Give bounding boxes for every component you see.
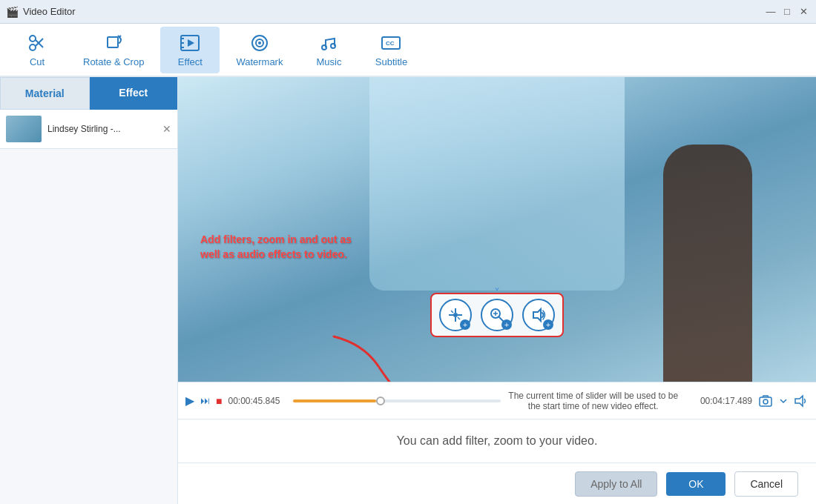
watermark-icon bbox=[249, 33, 270, 53]
cancel-button[interactable]: Cancel bbox=[734, 471, 798, 497]
toolbar: Cut Rotate & Crop Effect Watermark bbox=[0, 24, 816, 77]
play-button[interactable]: ▶ bbox=[185, 394, 194, 408]
sidebar-tab-material[interactable]: Material bbox=[0, 77, 90, 110]
filter-plus-badge: + bbox=[460, 319, 470, 330]
progress-thumb[interactable] bbox=[376, 397, 385, 405]
maximize-button[interactable]: □ bbox=[780, 5, 794, 19]
sidebar-tabs: Material Effect bbox=[0, 77, 177, 110]
bottom-description: You can add filter, zoom to your video. bbox=[397, 434, 598, 447]
video-container: Add filters, zoom in and out as well as … bbox=[178, 77, 816, 382]
close-button[interactable]: ✕ bbox=[797, 5, 810, 19]
media-file-item[interactable]: Lindsey Stirling -... ✕ bbox=[0, 110, 177, 149]
tab-subtitle[interactable]: CC Subtitle bbox=[361, 27, 421, 73]
svg-marker-29 bbox=[533, 309, 541, 321]
time-end: 00:04:17.489 bbox=[685, 396, 752, 406]
apply-to-all-button[interactable]: Apply to All bbox=[575, 471, 657, 497]
add-audio-button[interactable]: + bbox=[522, 299, 555, 331]
svg-point-22 bbox=[453, 313, 458, 317]
tab-watermark[interactable]: Watermark bbox=[223, 27, 296, 73]
rotate-icon bbox=[103, 33, 124, 53]
sidebar: Material Effect Lindsey Stirling -... ✕ bbox=[0, 77, 178, 504]
tab-rotate-crop[interactable]: Rotate & Crop bbox=[70, 27, 157, 73]
subtitle-icon: CC bbox=[381, 33, 401, 53]
media-filename: Lindsey Stirling -... bbox=[47, 124, 121, 134]
annotation-text: Add filters, zoom in and out as well as … bbox=[200, 233, 352, 262]
svg-line-3 bbox=[36, 39, 43, 46]
main-content: Material Effect Lindsey Stirling -... ✕ bbox=[0, 77, 816, 504]
time-current: 00:00:45.845 bbox=[228, 396, 287, 406]
progress-track[interactable] bbox=[293, 399, 501, 402]
skip-button[interactable]: ⏭ bbox=[200, 395, 210, 406]
title-bar: 🎬 Video Editor — □ ✕ bbox=[0, 0, 816, 24]
effect-icon bbox=[180, 33, 200, 53]
stop-button[interactable]: ■ bbox=[216, 395, 222, 407]
svg-rect-4 bbox=[108, 37, 118, 47]
controls-bar: ▶ ⏭ ■ 00:00:45.845 The current time of s… bbox=[178, 382, 816, 419]
zoom-plus-badge: + bbox=[501, 319, 512, 330]
overlay-icons-bar: + + bbox=[430, 293, 564, 337]
bottom-panel: You can add filter, zoom to your video. bbox=[178, 419, 816, 462]
add-filter-button[interactable]: + bbox=[439, 299, 472, 331]
ok-button[interactable]: OK bbox=[666, 472, 725, 496]
figure-body bbox=[663, 145, 752, 382]
sidebar-tab-effect[interactable]: Effect bbox=[90, 77, 178, 110]
volume-icon[interactable] bbox=[794, 394, 809, 408]
window-title: Video Editor bbox=[23, 6, 76, 17]
right-panel: Add filters, zoom in and out as well as … bbox=[178, 77, 816, 504]
svg-line-24 bbox=[458, 317, 460, 319]
svg-rect-30 bbox=[760, 397, 771, 406]
music-icon bbox=[318, 33, 339, 53]
svg-marker-32 bbox=[795, 396, 803, 406]
svg-line-2 bbox=[36, 40, 43, 47]
annotation-line2: well as audio effects to video. bbox=[200, 248, 347, 260]
camera-chevron-icon[interactable] bbox=[777, 395, 789, 407]
svg-line-23 bbox=[451, 311, 453, 313]
media-thumbnail bbox=[6, 116, 42, 142]
svg-point-14 bbox=[331, 44, 335, 48]
camera-icon[interactable] bbox=[758, 394, 773, 408]
footer: Apply to All OK Cancel bbox=[178, 462, 816, 504]
media-close-button[interactable]: ✕ bbox=[162, 123, 171, 135]
svg-marker-6 bbox=[188, 39, 194, 47]
minimize-button[interactable]: — bbox=[764, 5, 777, 19]
app-icon: 🎬 bbox=[6, 6, 19, 18]
audio-plus-badge: + bbox=[543, 319, 553, 330]
svg-point-13 bbox=[322, 45, 326, 50]
cut-icon bbox=[27, 33, 47, 53]
svg-point-0 bbox=[30, 36, 36, 42]
ice-formation bbox=[369, 77, 625, 291]
svg-text:CC: CC bbox=[386, 40, 395, 47]
tab-cut[interactable]: Cut bbox=[7, 27, 67, 73]
effect-icon-group: + + bbox=[430, 293, 564, 337]
add-zoom-button[interactable]: + bbox=[481, 299, 513, 331]
status-text: The current time of slider will be used … bbox=[507, 391, 680, 411]
svg-point-12 bbox=[258, 42, 261, 44]
tab-effect[interactable]: Effect bbox=[160, 27, 220, 73]
tab-music[interactable]: Music bbox=[299, 27, 358, 73]
annotation-line1: Add filters, zoom in and out as bbox=[200, 233, 352, 245]
window-controls: — □ ✕ bbox=[764, 5, 810, 19]
svg-point-31 bbox=[763, 399, 768, 404]
progress-fill bbox=[293, 399, 376, 402]
svg-point-1 bbox=[30, 44, 36, 50]
ctrl-icons bbox=[758, 394, 809, 408]
